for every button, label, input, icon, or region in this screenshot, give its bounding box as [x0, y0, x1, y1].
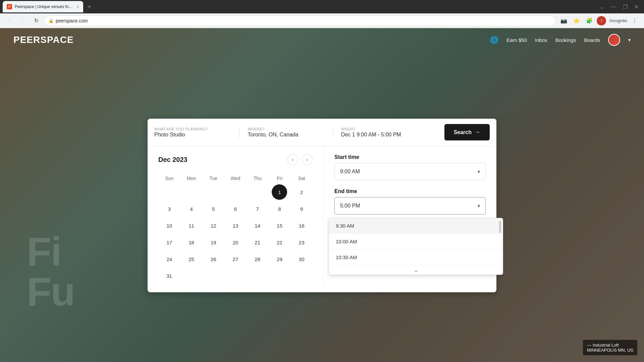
scrollbar-thumb — [499, 221, 501, 233]
planning-label: What are you planning? — [154, 127, 231, 131]
dow-wed: Wed — [224, 173, 247, 184]
calendar-day-6[interactable]: 6 — [228, 201, 243, 217]
user-avatar[interactable] — [608, 34, 620, 46]
calendar-day-24[interactable]: 24 — [162, 251, 177, 267]
venue-location: MINNEAPOLIS MN, US — [587, 348, 633, 353]
dropdown-item-930am[interactable]: 9:30 AM — [329, 218, 503, 234]
address-bar[interactable]: 🔒 peerspace.com — [44, 15, 556, 26]
calendar-day-30[interactable]: 30 — [294, 251, 309, 267]
calendar-day-23[interactable]: 23 — [294, 235, 309, 250]
calendar-day-empty — [162, 184, 177, 200]
dropdown-items-container: 9:30 AM 10:00 AM 10:30 AM — [329, 218, 503, 265]
start-time-select[interactable]: 9:00 AM ▾ — [334, 163, 486, 180]
search-button[interactable]: Search → — [444, 124, 490, 140]
calendar-day-19[interactable]: 19 — [206, 235, 221, 250]
calendar-day-29[interactable]: 29 — [272, 251, 287, 267]
calendar-day-17[interactable]: 17 — [162, 235, 177, 250]
forward-button[interactable]: → — [17, 15, 28, 26]
dropdown-scroll-down-icon: ⌄ — [329, 265, 503, 275]
planning-field[interactable]: What are you planning? Photo Studio — [154, 127, 239, 138]
dropdown-item-1030am[interactable]: 10:30 AM — [329, 249, 503, 265]
end-time-value: 5:00 PM — [340, 203, 360, 209]
calendar-day-1[interactable]: 1 — [272, 184, 287, 200]
calendar-header: Dec 2023 ‹ › Clear — [158, 154, 313, 165]
peerspace-logo[interactable]: PEERSPACE — [13, 35, 74, 45]
calendar-day-empty — [184, 268, 199, 284]
calendar-day-21[interactable]: 21 — [250, 235, 265, 250]
camera-off-icon[interactable]: 📷 — [558, 15, 569, 26]
dropdown-item-1000am[interactable]: 10:00 AM — [329, 234, 503, 249]
calendar-day-3[interactable]: 3 — [162, 201, 177, 217]
tab-close-button[interactable]: × — [76, 4, 79, 9]
earn-link[interactable]: Earn $50 — [506, 37, 527, 43]
venue-card: — Industrial Loft MINNEAPOLIS MN, US — [583, 340, 637, 355]
search-arrow-icon: → — [474, 129, 480, 136]
calendar-day-4[interactable]: 4 — [184, 201, 199, 217]
search-bar: What are you planning? Photo Studio Wher… — [148, 119, 496, 146]
start-time-value: 9:00 AM — [340, 169, 360, 175]
calendar-day-2[interactable]: 2 — [294, 184, 309, 200]
calendar-day-20[interactable]: 20 — [228, 235, 243, 250]
dow-sat: Sat — [290, 173, 313, 184]
calendar-next-button[interactable]: › — [302, 154, 313, 165]
end-time-dropdown: 9:30 AM 10:00 AM 10:30 AM ⌄ — [329, 218, 503, 275]
calendar-day-empty — [250, 184, 265, 200]
calendar-day-9[interactable]: 9 — [294, 201, 309, 217]
calendar-day-22[interactable]: 22 — [272, 235, 287, 250]
calendar-day-8[interactable]: 8 — [272, 201, 287, 217]
calendar-day-28[interactable]: 28 — [250, 251, 265, 267]
lock-icon: 🔒 — [49, 18, 54, 23]
calendar-day-31[interactable]: 31 — [162, 268, 177, 284]
inbox-link[interactable]: Inbox — [535, 37, 547, 43]
calendar-day-16[interactable]: 16 — [294, 218, 309, 233]
calendar-day-18[interactable]: 18 — [184, 235, 199, 250]
when-field[interactable]: When? Dec 1 9:00 AM - 5:00 PM — [333, 127, 439, 138]
calendar-day-5[interactable]: 5 — [206, 201, 221, 217]
end-time-select[interactable]: 5:00 PM ▾ — [334, 197, 486, 215]
where-label: Where? — [248, 127, 324, 131]
window-close-button[interactable]: ✕ — [632, 2, 641, 11]
back-button[interactable]: ← — [4, 15, 15, 26]
avatar-dropdown-chevron[interactable]: ▾ — [628, 37, 631, 43]
calendar-day-12[interactable]: 12 — [206, 218, 221, 233]
calendar-day-empty — [272, 268, 287, 284]
window-maximize-button[interactable]: ❐ — [620, 2, 630, 11]
calendar-day-10[interactable]: 10 — [162, 218, 177, 233]
dropdown-scrollbar[interactable] — [499, 220, 501, 264]
bookings-link[interactable]: Bookings — [555, 37, 576, 43]
calendar-month-year: Dec 2023 — [158, 156, 283, 164]
calendar-day-15[interactable]: 15 — [272, 218, 287, 233]
tab-title: Peerspace | Unique venues for m... — [15, 4, 74, 9]
bookmark-icon[interactable]: ⭐ — [571, 15, 582, 26]
incognito-label: Incognito — [609, 18, 627, 23]
peerspace-navbar: PEERSPACE 🌐 Earn $50 Inbox Bookings Boar… — [0, 28, 644, 52]
calendar-day-empty — [206, 268, 221, 284]
start-time-section: Start time 9:00 AM ▾ — [334, 154, 486, 180]
start-time-chevron-icon: ▾ — [478, 169, 480, 174]
refresh-button[interactable]: ↻ — [31, 15, 42, 26]
dow-tue: Tue — [202, 173, 224, 184]
calendar-day-25[interactable]: 25 — [184, 251, 199, 267]
extensions-icon[interactable]: 🧩 — [584, 15, 595, 26]
calendar-grid: Sun Mon Tue Wed Thu Fri Sat 1 2 3 4 5 6 — [158, 173, 313, 284]
language-globe-icon[interactable]: 🌐 — [490, 36, 498, 44]
tab-favicon: P — [7, 4, 12, 9]
where-field[interactable]: Where? Toronto, ON, Canada — [239, 127, 333, 138]
active-tab[interactable]: P Peerspace | Unique venues for m... × — [3, 1, 83, 12]
calendar-day-11[interactable]: 11 — [184, 218, 199, 233]
calendar-day-13[interactable]: 13 — [228, 218, 243, 233]
more-options-icon[interactable]: ⋮ — [629, 15, 640, 26]
calendar-day-7[interactable]: 7 — [250, 201, 265, 217]
calendar-day-27[interactable]: 27 — [228, 251, 243, 267]
search-button-label: Search — [454, 129, 472, 135]
calendar-day-26[interactable]: 26 — [206, 251, 221, 267]
calendar-day-14[interactable]: 14 — [250, 218, 265, 233]
window-minimize-button[interactable]: — — [608, 2, 619, 11]
window-collapse-button[interactable]: ⌄ — [597, 2, 607, 11]
end-time-label: End time — [334, 188, 486, 194]
window-controls: ⌄ — ❐ ✕ — [597, 2, 641, 11]
profile-icon[interactable]: I — [597, 16, 606, 25]
boards-link[interactable]: Boards — [584, 37, 600, 43]
calendar-prev-button[interactable]: ‹ — [287, 154, 298, 165]
new-tab-button[interactable]: + — [85, 2, 94, 11]
